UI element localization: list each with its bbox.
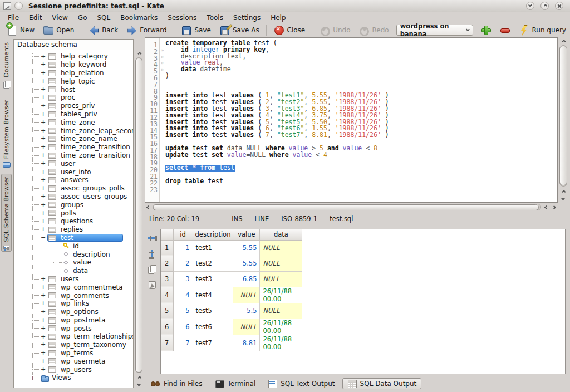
close-button[interactable]: Close xyxy=(269,23,309,37)
tree-item-host[interactable]: +host xyxy=(14,85,133,94)
menu-view[interactable]: View xyxy=(47,13,72,22)
maximize-button[interactable] xyxy=(540,2,549,10)
run-query-button[interactable]: Run query xyxy=(514,23,570,37)
export-icon[interactable] xyxy=(147,280,157,290)
tree-item-wp_posts[interactable]: +wp_posts xyxy=(14,324,133,332)
menu-help[interactable]: Help xyxy=(266,13,290,22)
editor-vertical-scrollbar[interactable] xyxy=(559,38,568,202)
tree-expander-plus[interactable]: + xyxy=(41,176,46,183)
cell-description[interactable]: test6 xyxy=(193,318,233,335)
cell-data[interactable]: 26/11/88 00.00 xyxy=(260,287,302,303)
cell-value[interactable]: 5.5 xyxy=(233,303,260,318)
bottom-tab-sql-data-output[interactable]: SQL Data Output xyxy=(342,378,422,389)
open-button[interactable]: Open xyxy=(38,23,78,37)
tree-scroll-thumb[interactable] xyxy=(135,58,142,373)
tree-expander-plus[interactable]: + xyxy=(41,292,46,299)
cell-data[interactable]: NULL xyxy=(260,303,302,318)
bottom-tab-find-in-files[interactable]: Find in Files xyxy=(146,378,208,389)
row-header[interactable]: 4 xyxy=(161,287,173,303)
code-line-20[interactable]: select * from test xyxy=(145,165,557,171)
tree-expander-plus[interactable]: + xyxy=(41,119,46,126)
tree-item-views[interactable]: +Views xyxy=(14,374,133,382)
cell-value[interactable]: 5.55 xyxy=(233,240,260,256)
tree-item-time_zone_transition_type[interactable]: +time_zone_transition_type xyxy=(14,151,133,160)
cell-value[interactable]: 8.81 xyxy=(233,335,260,351)
column-header-description[interactable]: description xyxy=(193,229,233,240)
tree-expander-plus[interactable]: + xyxy=(41,94,46,101)
column-header-value[interactable]: value xyxy=(233,229,260,240)
connection-select[interactable]: wordpress on banana xyxy=(396,24,473,36)
menu-settings[interactable]: Settings xyxy=(229,13,265,22)
remove-connection-button[interactable] xyxy=(495,23,514,37)
code-line-23[interactable] xyxy=(145,185,557,192)
editor-horizontal-scrollbar[interactable] xyxy=(145,203,558,211)
fit-rows-icon[interactable] xyxy=(147,249,157,259)
row-header[interactable]: 5 xyxy=(161,303,173,318)
cell-id[interactable]: 4 xyxy=(173,287,193,303)
new-button[interactable]: New xyxy=(2,23,38,37)
tree-item-time_zone_leap_second[interactable]: +time_zone_leap_second xyxy=(14,126,133,135)
editor-hscroll-thumb[interactable] xyxy=(153,204,539,210)
tree-expander-plus[interactable]: + xyxy=(41,127,46,134)
tree-item-help_keyword[interactable]: +help_keyword xyxy=(14,61,133,69)
tree-item-users[interactable]: +users xyxy=(14,275,133,283)
sidebar-tab-documents[interactable]: Documents xyxy=(1,40,12,96)
scroll-left-icon[interactable] xyxy=(145,204,152,210)
menu-file[interactable]: File xyxy=(3,13,23,22)
row-header[interactable]: 3 xyxy=(161,271,173,287)
row-header[interactable]: 1 xyxy=(161,240,173,256)
tree-item-time_zone[interactable]: +time_zone xyxy=(14,118,133,126)
tree-expander-plus[interactable]: + xyxy=(41,69,46,76)
cell-description[interactable]: test1 xyxy=(193,240,233,256)
copy-icon[interactable] xyxy=(147,264,157,275)
tree-item-polls[interactable]: +polls xyxy=(14,209,133,217)
code-line-15[interactable]: insert into test values ( 7, "test7", 8.… xyxy=(145,132,557,139)
cell-description[interactable]: test3 xyxy=(193,271,233,287)
code-line-5[interactable]: » data datetime xyxy=(145,66,557,73)
tree-expander-plus[interactable]: + xyxy=(41,341,46,348)
cell-value[interactable]: NULL xyxy=(233,318,260,335)
tree-expander-plus[interactable]: + xyxy=(41,349,46,356)
tree-expander-plus[interactable]: + xyxy=(41,226,46,233)
tree-expander-plus[interactable]: + xyxy=(41,77,46,85)
cell-id[interactable]: 2 xyxy=(173,256,193,271)
tree-expander-plus[interactable]: + xyxy=(41,283,46,291)
tree-expander-plus[interactable]: + xyxy=(41,275,46,282)
scroll-right-icon[interactable] xyxy=(551,204,558,210)
code-line-6[interactable]: ) xyxy=(145,73,557,80)
editor-scroll-thumb[interactable] xyxy=(559,46,567,185)
undo-button[interactable]: Undo xyxy=(315,23,354,37)
bottom-tab-sql-text-output[interactable]: SQL Text Output xyxy=(263,378,340,389)
tree-item-wp_terms[interactable]: +wp_terms xyxy=(14,349,133,357)
tree-item-wp_options[interactable]: +wp_options xyxy=(14,308,133,316)
tree-expander-plus[interactable]: + xyxy=(30,374,35,381)
tree-expander-plus[interactable]: + xyxy=(41,160,46,167)
forward-button[interactable]: Forward xyxy=(122,23,170,37)
tree-expander-plus[interactable]: + xyxy=(41,102,46,109)
cell-id[interactable]: 7 xyxy=(173,335,193,351)
cell-id[interactable]: 6 xyxy=(173,318,193,335)
scroll-down-icon[interactable] xyxy=(135,381,142,388)
scroll-up-icon[interactable] xyxy=(135,50,142,57)
tree-expander-plus[interactable]: + xyxy=(41,143,46,150)
menu-edit[interactable]: Edit xyxy=(24,13,46,22)
tree-expander-plus[interactable]: + xyxy=(41,151,46,159)
tree-scrollbar[interactable] xyxy=(135,50,143,388)
tree-expander-plus[interactable]: + xyxy=(41,217,46,224)
tree-expander-plus[interactable]: + xyxy=(41,325,46,332)
tree-expander-plus[interactable]: + xyxy=(41,357,46,365)
tree-item-help_category[interactable]: +help_category xyxy=(14,52,133,61)
tree-item-procs_priv[interactable]: +procs_priv xyxy=(14,102,133,110)
tree-expander-plus[interactable]: + xyxy=(41,366,46,373)
menu-sql[interactable]: SQL xyxy=(92,13,115,22)
scroll-down-icon[interactable] xyxy=(559,195,567,202)
scroll-up-icon[interactable] xyxy=(559,38,567,45)
cell-description[interactable]: test2 xyxy=(193,256,233,271)
tree-item-data[interactable]: data xyxy=(14,267,133,275)
close-window-button[interactable] xyxy=(555,2,563,10)
tree-expander-plus[interactable]: + xyxy=(41,61,46,68)
tree-item-wp_users[interactable]: +wp_users xyxy=(14,365,133,374)
tree-item-help_relation[interactable]: +help_relation xyxy=(14,69,133,77)
tree-item-description[interactable]: description xyxy=(14,250,133,258)
scroll-up-icon[interactable] xyxy=(135,374,142,381)
